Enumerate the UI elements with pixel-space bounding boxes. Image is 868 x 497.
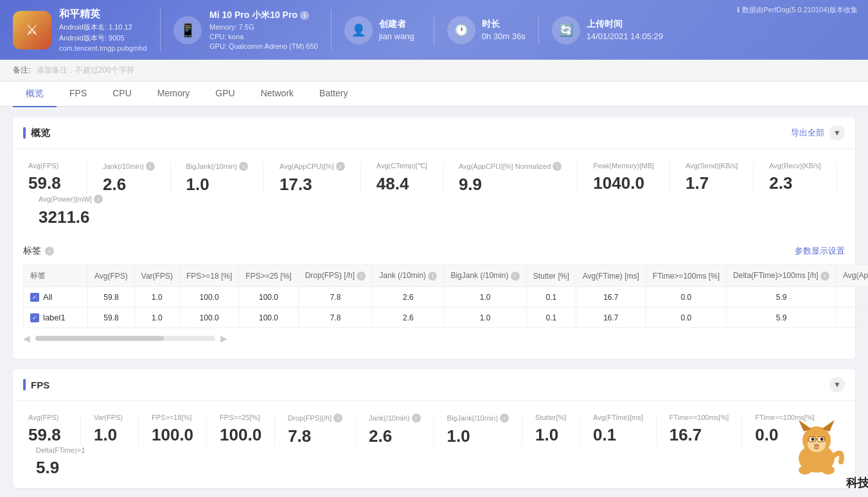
tab-cpu[interactable]: CPU xyxy=(100,82,145,107)
fps-last: Delta(FTime)>1 5.9 xyxy=(23,446,98,478)
fps-bigjank-info[interactable]: i xyxy=(500,414,509,423)
stat-avg-fps: Avg(FPS) 59.8 xyxy=(23,162,87,195)
overview-section: 概览 导出全部 ▼ Avg(FPS) 59.8 Jank(/10min) i 2… xyxy=(13,118,855,359)
duration-stat: 🕐 时长 0h 30m 36s xyxy=(447,16,539,44)
fps-bigjank-label: BigJank(/10min) i xyxy=(447,414,509,423)
label1-checkbox[interactable]: ✓ xyxy=(30,313,39,322)
note-placeholder[interactable]: 添加备注，不超过200个字符 xyxy=(37,65,134,74)
clock-icon: 🕐 xyxy=(447,16,475,44)
label-table: 标签 Avg(FPS) Var(FPS) FPS>=18 [%] FPS>=25… xyxy=(23,265,868,328)
param-settings-link[interactable]: 参数显示设置 xyxy=(795,245,845,257)
fps-ftime100-value: 16.7 xyxy=(669,425,702,445)
fps-avg: Avg(FPS) 59.8 xyxy=(23,414,81,446)
label1-fps25: 100.0 xyxy=(239,308,298,328)
scroll-left-arrow[interactable]: ◀ xyxy=(23,333,30,344)
label1-bigjank: 1.0 xyxy=(444,308,526,328)
th-var-fps: Var(FPS) xyxy=(134,265,179,287)
delta-info[interactable]: i xyxy=(820,272,829,281)
all-jank: 2.6 xyxy=(373,287,444,308)
app-details: 和平精英 Android版本名: 1.10.12 Android版本号: 900… xyxy=(59,8,146,52)
duration-details: 时长 0h 30m 36s xyxy=(482,19,526,41)
tab-overview[interactable]: 概览 xyxy=(13,82,57,107)
bigjank-info-icon[interactable]: i xyxy=(239,162,248,171)
jank-th-info[interactable]: i xyxy=(428,272,437,281)
fps-25-label: FPS>=25[%] xyxy=(220,414,260,421)
stat-avg-fps-value: 59.8 xyxy=(28,173,61,193)
fps-stats-grid: Avg(FPS) 59.8 Var(FPS) 1.0 FPS>=18[%] 10… xyxy=(13,401,855,488)
bigjank-th-info[interactable]: i xyxy=(511,272,520,281)
scrollbar-track[interactable] xyxy=(35,336,215,341)
main-content: 概览 导出全部 ▼ Avg(FPS) 59.8 Jank(/10min) i 2… xyxy=(0,107,868,497)
th-drop-fps: Drop(FPS) [/h] i xyxy=(298,265,373,287)
all-avg-appcpu: 17.3 xyxy=(837,287,868,308)
stat-power-value: 3211.6 xyxy=(39,207,90,227)
export-label[interactable]: 导出全部 xyxy=(791,127,824,139)
stat-appcpu-norm-label: Avg(AppCPU)[%] Normalized i xyxy=(459,162,562,171)
label1-delta-ftime: 5.9 xyxy=(727,308,837,328)
app-android-version: Android版本名: 1.10.12 xyxy=(59,22,146,32)
label1-avg-ftime: 16.7 xyxy=(576,308,646,328)
label-table-section: 标签 i 参数显示设置 标签 Avg(FPS) Var(FPS) FPS>=18… xyxy=(13,240,855,359)
th-label: 标签 xyxy=(24,265,88,287)
nav-tabs: 概览 FPS CPU Memory GPU Network Battery xyxy=(0,82,868,107)
th-avg-ftime: Avg(FTime) [ms] xyxy=(576,265,646,287)
jank-info-icon[interactable]: i xyxy=(146,162,155,171)
th-jank: Jank (/10min) i xyxy=(373,265,444,287)
power-info-icon[interactable]: i xyxy=(94,195,103,204)
svg-point-14 xyxy=(822,466,835,475)
stat-jank-label: Jank(/10min) i xyxy=(103,162,155,171)
th-bigjank: BigJank (/10min) i xyxy=(444,265,526,287)
svg-point-7 xyxy=(811,438,815,441)
upload-stat: 🔄 上传时间 14/01/2021 14:05:29 xyxy=(552,16,676,44)
fps-drop-info[interactable]: i xyxy=(333,414,342,423)
data-source: ℹ 数据由PerfDog(5.0.210104)版本收集 xyxy=(737,5,858,15)
stat-send-value: 1.7 xyxy=(686,173,709,193)
drop-fps-info[interactable]: i xyxy=(357,272,366,281)
app-info: ⚔ 和平精英 Android版本名: 1.10.12 Android版本号: 9… xyxy=(13,8,161,52)
stat-power: Avg(Power)[mW] i 3211.6 xyxy=(23,195,118,227)
fps-delta-value: 0.0 xyxy=(755,425,778,445)
upload-value: 14/01/2021 14:05:29 xyxy=(587,31,663,41)
tab-fps[interactable]: FPS xyxy=(57,82,100,107)
all-stutter: 0.1 xyxy=(526,287,576,308)
scroll-right-arrow[interactable]: ▶ xyxy=(220,333,227,344)
fps-section: FPS ▼ Avg(FPS) 59.8 Var(FPS) 1.0 FPS>=18… xyxy=(13,369,855,488)
label-section-header: 标签 i 参数显示设置 xyxy=(23,240,845,265)
row-label1-label: ✓ label1 xyxy=(24,308,88,328)
fps-collapse-btn[interactable]: ▼ xyxy=(829,377,845,392)
appcpu-info-icon[interactable]: i xyxy=(336,162,345,171)
upload-label: 上传时间 xyxy=(587,19,663,30)
all-delta-ftime: 5.9 xyxy=(727,287,837,308)
fps-25-value: 100.0 xyxy=(220,425,261,445)
tab-network[interactable]: Network xyxy=(248,82,306,107)
tab-gpu[interactable]: GPU xyxy=(202,82,247,107)
scrollbar-thumb[interactable] xyxy=(35,336,164,341)
stat-appcpu: Avg(AppCPU)[%] i 17.3 xyxy=(264,162,361,195)
device-info-icon[interactable]: i xyxy=(300,11,309,20)
app-package: com.tencent.tmgp.pubgmhd xyxy=(59,44,146,52)
tab-memory[interactable]: Memory xyxy=(145,82,203,107)
all-checkbox[interactable]: ✓ xyxy=(30,293,39,302)
creator-details: 创建者 jian wang xyxy=(379,19,414,41)
label-info-icon[interactable]: i xyxy=(45,247,54,256)
stat-power-label: Avg(Power)[mW] i xyxy=(39,195,103,204)
stat-memory-label: Peak(Memory)[MB] xyxy=(593,162,654,170)
note-label: 备注: xyxy=(13,65,30,74)
fps-last-value: 5.9 xyxy=(36,458,59,478)
fps-avg-value: 59.8 xyxy=(28,425,61,445)
app-pkg-version: Android版本号: 9005 xyxy=(59,33,146,43)
stat-appcpu-norm: Avg(AppCPU)[%] Normalized i 9.9 xyxy=(443,162,578,195)
fps-ftime100-label: FTime>=100ms[%] xyxy=(669,414,729,421)
corgi-mascot: 科技犬 xyxy=(778,414,855,497)
device-memory: Memory: 7.5G xyxy=(209,23,318,31)
appcpu-norm-info-icon[interactable]: i xyxy=(553,162,562,171)
device-details: Mi 10 Pro 小米10 Pro i Memory: 7.5G CPU: k… xyxy=(209,10,318,50)
export-actions[interactable]: 导出全部 ▼ xyxy=(791,125,845,141)
all-avg-fps: 59.8 xyxy=(88,287,135,308)
stat-ctemp-value: 48.4 xyxy=(376,174,409,194)
all-row-name: All xyxy=(43,292,52,302)
export-chevron[interactable]: ▼ xyxy=(829,125,845,141)
fps-jank-info[interactable]: i xyxy=(412,414,421,423)
tab-battery[interactable]: Battery xyxy=(306,82,360,107)
th-ftime100: FTime>=100ms [%] xyxy=(646,265,726,287)
